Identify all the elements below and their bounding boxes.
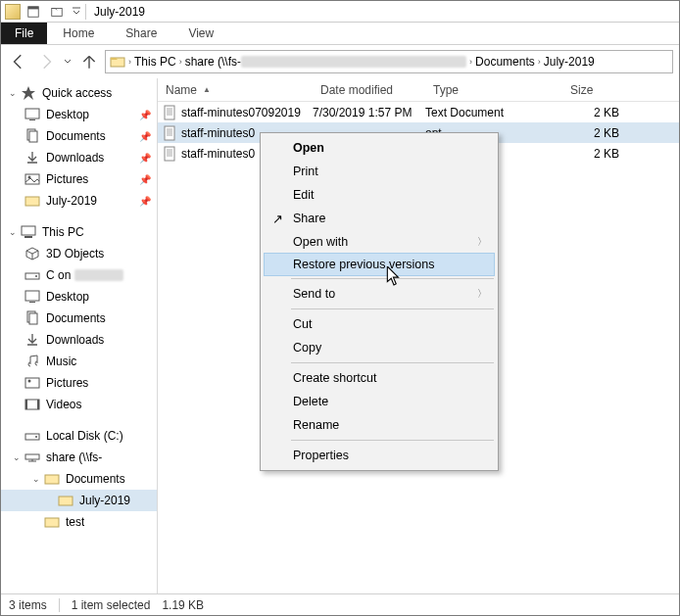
menu-delete[interactable]: Delete [264, 390, 495, 413]
expander-icon[interactable]: ⌄ [7, 88, 19, 98]
sidebar-item-localdisk[interactable]: Local Disk (C:) [1, 425, 157, 447]
qat-newfolder-button[interactable] [46, 2, 68, 22]
share-tab[interactable]: Share [110, 23, 172, 44]
sidebar-item-videos[interactable]: Videos [1, 394, 157, 415]
sidebar-item-music[interactable]: Music [1, 351, 157, 372]
col-modified[interactable]: Date modified [313, 83, 425, 97]
text-file-icon [162, 125, 177, 141]
menu-print[interactable]: Print [264, 160, 495, 183]
menu-create-shortcut[interactable]: Create shortcut [264, 366, 495, 390]
sidebar-item-documents[interactable]: Documents 📌 [1, 125, 157, 147]
menu-item-label: Restore previous versions [293, 258, 435, 271]
svg-rect-23 [25, 400, 27, 409]
menu-separator [291, 308, 494, 309]
file-size: 2 KB [562, 106, 631, 119]
sidebar-item-desktop[interactable]: Desktop 📌 [1, 104, 157, 125]
drive-icon [24, 428, 40, 444]
svg-rect-28 [45, 475, 59, 484]
expander-icon[interactable]: ⌄ [11, 452, 23, 462]
menu-cut[interactable]: Cut [264, 312, 495, 336]
col-size[interactable]: Size [562, 83, 679, 97]
redacted [74, 269, 123, 281]
menu-rename[interactable]: Rename [264, 413, 495, 437]
file-name: staff-minutes0 [181, 126, 255, 140]
menu-item-label: Create shortcut [293, 371, 376, 385]
sidebar-item-share-test[interactable]: test [1, 511, 157, 533]
sidebar-item-downloads[interactable]: Downloads 📌 [1, 147, 157, 168]
folder-icon [110, 54, 125, 70]
sidebar-item-downloads2[interactable]: Downloads [1, 329, 157, 351]
up-button[interactable] [77, 50, 101, 73]
pictures-icon [24, 375, 40, 391]
navigation-bar: ›This PC ›share (\\fs- ›Documents ›July-… [1, 45, 679, 78]
sort-asc-icon: ▲ [203, 85, 211, 94]
sidebar-item-documents2[interactable]: Documents [1, 308, 157, 329]
sidebar-item-pictures2[interactable]: Pictures [1, 372, 157, 394]
back-button[interactable] [7, 50, 30, 73]
menu-item-label: Print [293, 165, 318, 178]
menu-item-label: Edit [293, 188, 315, 202]
menu-copy[interactable]: Copy [264, 336, 495, 359]
qat-properties-button[interactable] [23, 2, 44, 22]
crumb-july[interactable]: July-2019 [544, 55, 595, 69]
menu-share[interactable]: ↗Share [264, 207, 495, 230]
crumb-documents[interactable]: Documents [475, 55, 535, 69]
crumb-share[interactable]: share (\\fs- [185, 55, 241, 69]
pin-icon: 📌 [139, 153, 151, 164]
context-menu: OpenPrintEdit↗ShareOpen with〉Restore pre… [260, 132, 499, 471]
pc-icon [21, 224, 36, 240]
svg-rect-1 [28, 6, 39, 9]
menu-item-label: Rename [293, 418, 339, 432]
star-icon [21, 85, 36, 101]
expander-icon[interactable]: ⌄ [30, 474, 42, 484]
sidebar-item-pictures[interactable]: Pictures 📌 [1, 168, 157, 190]
menu-item-label: Properties [293, 449, 349, 462]
redacted [241, 56, 466, 68]
col-type[interactable]: Type [425, 83, 562, 97]
sidebar-item-c-on[interactable]: C on [1, 264, 157, 286]
svg-rect-20 [25, 378, 39, 388]
sidebar-item-share[interactable]: ⌄ share (\\fs- [1, 447, 157, 468]
svg-rect-16 [25, 291, 39, 301]
svg-rect-11 [25, 197, 39, 206]
sidebar-item-share-july[interactable]: July-2019 [1, 490, 157, 511]
menu-item-label: Send to [293, 287, 335, 301]
forward-button[interactable] [34, 50, 58, 73]
file-tab[interactable]: File [1, 23, 47, 44]
menu-send-to[interactable]: Send to〉 [264, 282, 495, 306]
svg-point-26 [35, 436, 37, 438]
sidebar-item-3dobjects[interactable]: 3D Objects [1, 243, 157, 264]
menu-open[interactable]: Open [264, 136, 495, 160]
expander-icon[interactable]: ⌄ [7, 227, 19, 237]
file-row[interactable]: staff-minutes070920197/30/2019 1:57 PMTe… [158, 102, 679, 122]
this-pc[interactable]: ⌄ This PC [1, 221, 157, 243]
sidebar-item-desktop2[interactable]: Desktop [1, 286, 157, 308]
sidebar-item-july[interactable]: July-2019 📌 [1, 190, 157, 212]
quick-access[interactable]: ⌄ Quick access [1, 82, 157, 104]
home-tab[interactable]: Home [47, 23, 110, 44]
menu-item-label: Open [293, 141, 324, 155]
documents-icon [24, 310, 40, 326]
svg-point-15 [35, 275, 37, 277]
menu-edit[interactable]: Edit [264, 183, 495, 207]
col-name[interactable]: Name ▲ [158, 83, 313, 97]
svg-rect-8 [29, 131, 37, 142]
recent-dropdown[interactable] [62, 50, 73, 73]
crumb-thispc[interactable]: This PC [134, 55, 176, 69]
qat-customize-button[interactable] [70, 2, 83, 22]
menu-item-label: Open with [293, 235, 348, 249]
folder-icon [24, 193, 40, 209]
status-size: 1.19 KB [162, 598, 204, 612]
file-name: staff-minutes0 [181, 147, 255, 161]
view-tab[interactable]: View [172, 23, 229, 44]
file-name: staff-minutes07092019 [181, 106, 301, 119]
title-bar: July-2019 [1, 1, 679, 23]
address-bar[interactable]: ›This PC ›share (\\fs- ›Documents ›July-… [105, 50, 673, 73]
downloads-icon [24, 332, 40, 348]
sidebar-item-share-documents[interactable]: ⌄ Documents [1, 468, 157, 490]
menu-open-with[interactable]: Open with〉 [264, 230, 495, 254]
menu-restore-previous-versions[interactable]: Restore previous versions [264, 253, 495, 276]
svg-rect-29 [59, 497, 73, 505]
desktop-icon [24, 107, 40, 122]
menu-properties[interactable]: Properties [264, 444, 495, 467]
